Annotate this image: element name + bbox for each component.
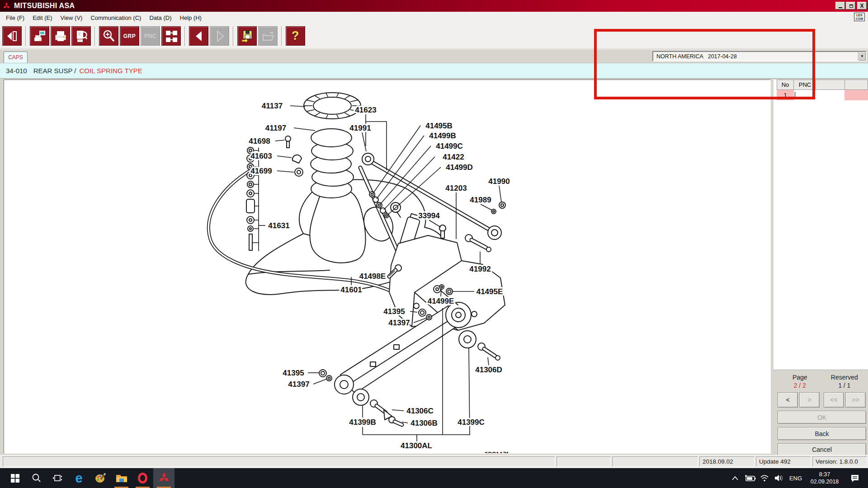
cancel-button[interactable]: Cancel: [778, 443, 866, 456]
open-button: [258, 26, 278, 46]
leader-line: [290, 106, 305, 107]
close-button[interactable]: X: [857, 2, 867, 9]
part-label-41395[interactable]: 41395: [383, 307, 405, 316]
part-label-41495B[interactable]: 41495B: [425, 122, 453, 130]
zoom-button[interactable]: [99, 26, 118, 46]
row-blank-cell[interactable]: [815, 90, 845, 100]
prev-page-button[interactable]: <: [778, 392, 798, 408]
part-label-41631[interactable]: 41631: [268, 221, 289, 230]
part-label-41395[interactable]: 41395: [283, 369, 304, 377]
menu-view[interactable]: View (V): [57, 13, 87, 23]
print-preview-button[interactable]: [71, 26, 91, 46]
exit-button[interactable]: [2, 26, 22, 46]
language-indicator[interactable]: ENG: [787, 468, 805, 488]
part-label-41203[interactable]: 41203: [445, 184, 467, 192]
file-explorer-button[interactable]: [111, 468, 132, 488]
search-icon: [32, 473, 42, 483]
action-center-button[interactable]: [844, 468, 865, 488]
part-label-41603[interactable]: 41603: [250, 152, 272, 160]
start-button[interactable]: [5, 468, 26, 488]
part-label-41498E[interactable]: 41498E: [359, 272, 386, 281]
menu-data[interactable]: Data (D): [145, 13, 175, 23]
part-label-41499D[interactable]: 41499D: [446, 163, 473, 172]
column-blank1: [815, 80, 845, 90]
save-button[interactable]: [237, 26, 257, 46]
opera-button[interactable]: [132, 468, 153, 488]
minimize-button[interactable]: [835, 2, 845, 9]
toolbar-separator: [25, 26, 26, 46]
back-icon: [192, 29, 206, 43]
leader-line: [429, 220, 441, 227]
tab-caps[interactable]: CAPS: [4, 52, 28, 63]
part-label-41137[interactable]: 41137: [262, 102, 283, 110]
part-label-41397[interactable]: 41397: [388, 319, 410, 327]
restore-button[interactable]: [846, 2, 855, 9]
part-label-41306D[interactable]: 41306D: [475, 366, 502, 374]
windows-start-icon: [11, 474, 19, 483]
part-label-41397[interactable]: 41397: [288, 380, 309, 389]
mitsubishi-asa-button[interactable]: [153, 468, 175, 488]
clock[interactable]: 8:37 02.09.2018: [805, 468, 844, 488]
tile-view-button[interactable]: [161, 26, 181, 46]
part-label-41499E[interactable]: 41499E: [428, 297, 454, 305]
part-label-41698[interactable]: 41698: [249, 137, 270, 145]
part-label-41992[interactable]: 41992: [469, 265, 491, 273]
menu-help[interactable]: Help (H): [176, 13, 206, 23]
last-reserved-button[interactable]: >>: [845, 392, 866, 408]
part-label-41499B[interactable]: 41499B: [429, 131, 456, 140]
part-label-41197[interactable]: 41197: [265, 124, 286, 132]
first-reserved-button[interactable]: <<: [824, 392, 844, 408]
print-button[interactable]: [51, 26, 70, 46]
part-label-41495E[interactable]: 41495E: [476, 287, 503, 296]
battery-status[interactable]: [742, 468, 758, 488]
part-label-41991[interactable]: 41991: [349, 124, 371, 132]
part-label-41422[interactable]: 41422: [443, 153, 464, 161]
part-label-41990[interactable]: 41990: [488, 177, 509, 186]
region-select[interactable]: NORTH AMERICA 2017-04-28 ▼: [652, 51, 867, 61]
tile-view-icon: [164, 29, 179, 43]
part-label-41300AR[interactable]: 41300AR: [400, 452, 433, 454]
print-setup-icon: [33, 29, 47, 43]
ok-button[interactable]: OK: [778, 411, 866, 424]
diagram-panel: 4113741623411974199141698416034169941495…: [4, 80, 771, 454]
volume-status[interactable]: [771, 468, 787, 488]
menu-communication[interactable]: Communication (C): [86, 13, 145, 23]
back-button[interactable]: [189, 26, 208, 46]
grp-button[interactable]: GRP: [120, 26, 139, 46]
text-caret: [795, 92, 795, 99]
task-view-button[interactable]: [47, 468, 68, 488]
print-setup-button[interactable]: [30, 26, 49, 46]
row-highlight-cell[interactable]: [844, 90, 868, 100]
parts-diagram[interactable]: 4113741623411974199141698416034169941495…: [4, 80, 770, 453]
chevron-down-icon[interactable]: ▼: [858, 52, 866, 61]
part-label-33994[interactable]: 33994: [418, 211, 440, 220]
part-label-41623[interactable]: 41623: [355, 106, 376, 114]
search-button[interactable]: [26, 468, 47, 488]
network-status[interactable]: [758, 468, 771, 488]
part-label-41399B[interactable]: 41399B: [349, 418, 376, 427]
part-label-41306C[interactable]: 41306C: [406, 407, 434, 415]
part-label-41989[interactable]: 41989: [470, 196, 491, 204]
part-label-41306B[interactable]: 41306B: [410, 419, 438, 427]
minimize-icon: [839, 7, 842, 8]
print-icon: [53, 29, 68, 43]
next-page-button[interactable]: >: [799, 392, 820, 408]
part-label-41601[interactable]: 41601: [340, 286, 362, 294]
row-pnc-cell[interactable]: [793, 90, 816, 100]
help-button[interactable]: ?: [286, 26, 305, 46]
menu-file[interactable]: File (F): [2, 13, 28, 23]
row-no-cell[interactable]: 1: [777, 90, 794, 100]
part-label-3QQ1A71[interactable]: 3QQ1A71: [485, 451, 509, 453]
main-area: 4113741623411974199141698416034169941495…: [0, 79, 868, 455]
edge-button[interactable]: e: [68, 468, 90, 488]
part-label-41399C[interactable]: 41399C: [458, 418, 485, 427]
tray-expand-button[interactable]: [728, 468, 742, 488]
part-label-41499C[interactable]: 41499C: [436, 142, 463, 150]
back-nav-button[interactable]: Back: [778, 427, 866, 440]
pnc-button: PNC: [141, 26, 160, 46]
menu-edit[interactable]: Edit (E): [28, 13, 56, 23]
lexcom-line1: LEX: [856, 14, 863, 17]
part-label-41699[interactable]: 41699: [250, 167, 272, 175]
part-label-41300AL[interactable]: 41300AL: [401, 441, 432, 450]
paint-button[interactable]: [90, 468, 111, 488]
